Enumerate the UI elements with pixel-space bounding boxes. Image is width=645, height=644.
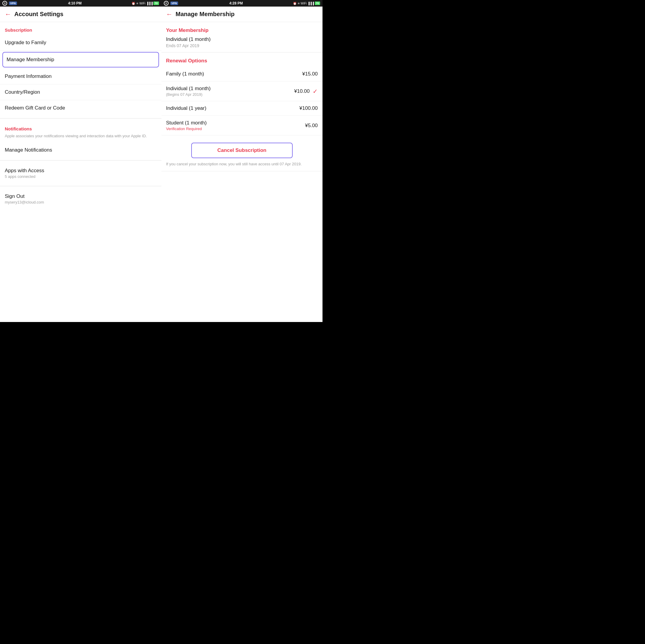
left-status-icons: ⏰ ✳ WiFi ▐▐▐ 70 [132,1,159,5]
renewal-individual-1year[interactable]: Individual (1 year) ¥100.00 [161,101,323,116]
cancel-button-wrapper: Cancel Subscription [161,136,323,162]
cancel-note: If you cancel your subscription now, you… [161,162,323,171]
left-nav-title: Account Settings [14,11,63,18]
upgrade-family-item[interactable]: Upgrade to Family [0,35,161,51]
manage-membership-panel: ← Manage Membership Your Membership Indi… [161,7,323,322]
current-plan-ends: Ends 07 Apr 2019 [166,43,318,48]
subscription-section-header: Subscription [0,22,161,35]
renewal-individual-year-name: Individual (1 year) [166,105,295,111]
payment-info-item[interactable]: Payment Information [0,68,161,85]
left-nav-bar: ← Account Settings [0,7,161,22]
battery-icon: 70 [153,1,159,5]
right-bluetooth-icon: ✳ [297,2,300,5]
renewal-family-price: ¥15.00 [302,71,318,77]
your-membership-title: Your Membership [161,22,323,36]
notifications-section-header: Notifications [0,121,161,134]
redeem-gift-item[interactable]: Redeem Gift Card or Code [0,100,161,116]
renewal-student-name: Student (1 month) [166,120,300,126]
renewal-student-content: Student (1 month) Verification Required [166,120,300,131]
right-wifi-icon: WiFi [301,2,307,5]
circle-icon: 3 [2,1,7,6]
left-status-bar: 3 VPN 4:10 PM ⏰ ✳ WiFi ▐▐▐ 70 [0,0,161,7]
current-membership: Individual (1 month) Ends 07 Apr 2019 [161,36,323,52]
apps-with-access-item[interactable]: Apps with Access 5 apps connected [0,163,161,183]
account-settings-panel: ← Account Settings Subscription Upgrade … [0,7,161,322]
bluetooth-icon: ✳ [136,2,139,5]
right-nav-bar: ← Manage Membership [161,7,323,22]
right-circle-icon: 3 [164,1,169,6]
right-signal-icon: ▐▐▐ [307,2,314,5]
right-status-bar: 3 VPN 4:28 PM ⏰ ✳ WiFi ▐▐▐ 70 [161,0,323,7]
section-divider-1 [0,118,161,119]
current-plan-name: Individual (1 month) [166,36,318,42]
right-vpn-badge: VPN [170,1,178,5]
renewal-individual-year-content: Individual (1 year) [166,105,295,111]
renewal-individual-content: Individual (1 month) (Begins 07 Apr 2019… [166,86,290,97]
renewal-family-name: Family (1 month) [166,71,298,77]
manage-notifications-item[interactable]: Manage Notifications [0,142,161,158]
sign-out-item[interactable]: Sign Out mysery13@icloud.com [0,189,161,209]
renewal-individual-price: ¥10.00 [294,88,310,94]
renewal-family-content: Family (1 month) [166,71,298,77]
selected-checkmark-icon: ✓ [313,88,318,95]
left-time: 4:10 PM [68,1,81,5]
renewal-individual-sub: (Begins 07 Apr 2019) [166,92,290,97]
renewal-student-price: ¥5.00 [305,123,318,129]
right-battery-icon: 70 [315,1,320,5]
renewal-individual-name: Individual (1 month) [166,86,290,92]
renewal-student-1month[interactable]: Student (1 month) Verification Required … [161,116,323,136]
vpn-badge: VPN [9,1,17,5]
right-status-icons: ⏰ ✳ WiFi ▐▐▐ 70 [293,1,320,5]
cancel-subscription-button[interactable]: Cancel Subscription [191,143,293,158]
country-region-item[interactable]: Country/Region [0,85,161,100]
left-back-button[interactable]: ← [5,10,11,18]
notifications-description: Apple associates your notifications view… [0,134,161,142]
right-time: 4:28 PM [229,1,243,5]
signal-icon: ▐▐▐ [146,2,153,5]
renewal-individual-year-price: ¥100.00 [299,105,318,111]
section-divider-2 [0,160,161,161]
right-nav-title: Manage Membership [176,11,235,18]
manage-membership-item[interactable]: Manage Membership [2,52,159,67]
apps-with-access-label: Apps with Access [5,168,157,174]
renewal-student-verification: Verification Required [166,127,300,131]
wifi-icon: WiFi [139,2,145,5]
renewal-options-title: Renewal Options [161,52,323,67]
right-alarm-icon: ⏰ [293,2,296,5]
alarm-icon: ⏰ [132,2,135,5]
renewal-individual-1month[interactable]: Individual (1 month) (Begins 07 Apr 2019… [161,82,323,101]
right-back-button[interactable]: ← [166,10,173,18]
sign-out-email: mysery13@icloud.com [5,200,157,204]
sign-out-label: Sign Out [5,193,157,199]
apps-connected-count: 5 apps connected [5,174,157,179]
renewal-family-1month[interactable]: Family (1 month) ¥15.00 [161,67,323,82]
